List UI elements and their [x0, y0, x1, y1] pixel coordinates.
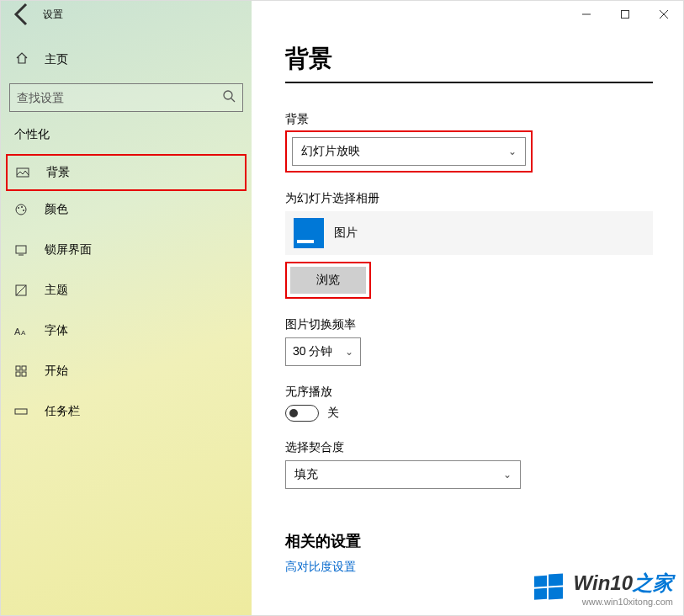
picture-icon	[16, 166, 31, 179]
svg-rect-14	[22, 366, 26, 370]
dropdown-value: 幻灯片放映	[301, 144, 360, 159]
home-label: 主页	[45, 52, 68, 67]
nav-label: 主题	[45, 283, 68, 298]
svg-point-0	[224, 91, 232, 99]
taskbar-icon	[14, 405, 29, 418]
svg-text:A: A	[21, 329, 26, 337]
svg-rect-22	[534, 576, 547, 587]
app-title: 设置	[43, 8, 63, 22]
shuffle-label: 无序播放	[285, 385, 683, 400]
windows-logo-icon	[532, 571, 565, 605]
dropdown-value: 30 分钟	[293, 344, 332, 359]
nav-label: 开始	[45, 364, 68, 379]
svg-rect-13	[16, 366, 20, 370]
home-button[interactable]: 主页	[1, 43, 252, 77]
search-field[interactable]	[17, 91, 222, 104]
album-label: 为幻灯片选择相册	[285, 191, 683, 206]
interval-label: 图片切换频率	[285, 317, 683, 332]
album-item[interactable]: 图片	[285, 211, 653, 255]
svg-rect-15	[16, 372, 20, 376]
album-name: 图片	[334, 226, 358, 241]
close-button[interactable]	[644, 1, 683, 28]
main-content: 背景 背景 幻灯片放映 ⌄ 为幻灯片选择相册 图片 浏览 图片切换频率 30 分…	[252, 1, 683, 615]
nav-item-colors[interactable]: 颜色	[1, 189, 252, 230]
svg-point-4	[18, 207, 19, 209]
svg-rect-7	[16, 246, 26, 253]
page-title: 背景	[285, 43, 653, 83]
svg-rect-24	[534, 588, 547, 600]
highlight-box: 幻灯片放映 ⌄	[285, 130, 533, 173]
svg-point-6	[23, 210, 24, 211]
shuffle-toggle[interactable]	[285, 405, 319, 422]
svg-line-10	[16, 285, 26, 295]
start-icon	[14, 364, 29, 378]
watermark-brand: Win10之家	[574, 571, 673, 594]
svg-line-1	[231, 98, 235, 102]
nav-label: 背景	[46, 165, 70, 180]
nav-label: 字体	[45, 323, 68, 338]
svg-rect-25	[549, 587, 563, 599]
search-input[interactable]	[9, 83, 243, 112]
browse-button[interactable]: 浏览	[290, 267, 366, 294]
font-icon: AA	[14, 324, 29, 337]
nav-item-lockscreen[interactable]: 锁屏界面	[1, 230, 252, 270]
maximize-button[interactable]	[606, 1, 644, 28]
theme-icon	[14, 284, 29, 297]
chevron-down-icon: ⌄	[503, 469, 512, 481]
chevron-down-icon: ⌄	[345, 346, 353, 358]
interval-dropdown[interactable]: 30 分钟 ⌄	[285, 337, 361, 366]
nav-item-background[interactable]: 背景	[6, 154, 247, 191]
nav-item-start[interactable]: 开始	[1, 351, 252, 391]
background-dropdown[interactable]: 幻灯片放映 ⌄	[292, 137, 526, 166]
high-contrast-link[interactable]: 高对比度设置	[285, 560, 356, 575]
fit-dropdown[interactable]: 填充 ⌄	[285, 460, 521, 489]
watermark: Win10之家 www.win10xitong.com	[532, 570, 673, 607]
back-button[interactable]	[9, 1, 36, 28]
minimize-button[interactable]	[567, 1, 606, 28]
folder-icon	[294, 218, 324, 248]
dropdown-value: 填充	[294, 467, 318, 482]
background-label: 背景	[285, 112, 683, 127]
svg-point-3	[16, 204, 26, 215]
watermark-url: www.win10xitong.com	[574, 597, 673, 607]
related-title: 相关的设置	[285, 531, 683, 551]
nav-list: 背景 颜色 锁屏界面 主题 AA 字体 开始	[1, 154, 252, 432]
svg-point-5	[21, 206, 23, 208]
shuffle-state: 关	[327, 406, 339, 421]
chevron-down-icon: ⌄	[508, 146, 517, 157]
svg-rect-23	[549, 573, 563, 586]
svg-rect-19	[622, 11, 629, 19]
nav-label: 锁屏界面	[45, 242, 92, 258]
palette-icon	[14, 203, 29, 216]
nav-item-taskbar[interactable]: 任务栏	[1, 391, 252, 432]
search-icon	[222, 89, 236, 106]
home-icon	[14, 51, 29, 68]
svg-rect-16	[22, 372, 26, 376]
svg-text:A: A	[14, 327, 21, 337]
sidebar: 设置 主页 个性化 背景 颜色 锁	[1, 1, 252, 615]
nav-item-fonts[interactable]: AA 字体	[1, 311, 252, 351]
svg-rect-17	[15, 409, 27, 414]
highlight-box: 浏览	[285, 262, 371, 299]
nav-label: 任务栏	[45, 404, 80, 419]
section-title: 个性化	[1, 112, 252, 149]
lockscreen-icon	[14, 243, 29, 257]
fit-label: 选择契合度	[285, 440, 683, 455]
nav-label: 颜色	[45, 202, 68, 217]
nav-item-themes[interactable]: 主题	[1, 270, 252, 311]
